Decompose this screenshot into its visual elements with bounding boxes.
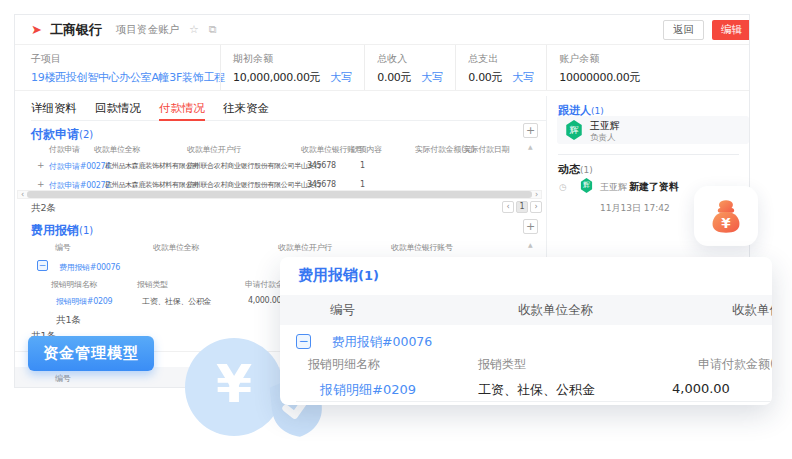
follower-card[interactable]: 辉 王亚辉 负责人 xyxy=(557,116,749,144)
col-header: 实际付款日期 xyxy=(463,144,509,155)
overlay-table-header: 编号 收款单位全称 收款单位开户行 xyxy=(280,295,772,325)
scroll-right-icon[interactable]: › xyxy=(532,191,541,198)
add-expense-button[interactable]: + xyxy=(523,219,538,234)
payments-total: 共2条 xyxy=(31,202,56,215)
col-header: 款项内容 xyxy=(351,144,382,155)
field-label: 账户余额 xyxy=(559,52,640,66)
expense-amount-cell: 4,000.00 xyxy=(248,296,281,305)
expense-amount-cell: 4,000.00 xyxy=(672,381,730,396)
expense-detail-link[interactable]: 报销明细#0209 xyxy=(320,381,416,399)
back-button[interactable]: 返回 xyxy=(663,20,704,40)
col-header: 收款单位银行账号 xyxy=(391,242,453,253)
summary-total-expense: 总支出 0.00元 大写 xyxy=(455,45,546,90)
payments-section-title: 付款申请(2) xyxy=(31,126,93,143)
page-number[interactable]: 1 xyxy=(516,201,528,213)
avatar: 辉 xyxy=(580,178,593,193)
field-label: 期初余额 xyxy=(233,52,352,66)
bank-cell: 杭州联合农村商业银行股份有限公司半山支行 xyxy=(187,161,321,171)
collapse-row-icon[interactable]: − xyxy=(37,260,48,271)
money-bag-icon: ¥ xyxy=(707,197,745,235)
col-header: 收款单位开户行 xyxy=(732,302,772,319)
overlay-title: 费用报销(1) xyxy=(298,266,379,285)
field-label: 总收入 xyxy=(377,52,443,66)
capitalize-link[interactable]: 大写 xyxy=(421,70,443,85)
field-label: 子项目 xyxy=(31,52,208,66)
avatar: 辉 xyxy=(565,120,583,140)
field-value: 0.00元 xyxy=(468,70,502,85)
summary-total-income: 总收入 0.00元 大写 xyxy=(364,45,455,90)
expense-type-cell: 工资、社保、公积金 xyxy=(478,381,595,399)
activity-title: 动态(1) xyxy=(558,162,593,177)
payment-link[interactable]: 付款申请#00274 xyxy=(49,161,110,172)
detail-col-header: 报销明细名称 xyxy=(51,279,97,290)
col-header: 收款单位全称 xyxy=(94,144,140,155)
col-header: 编号 xyxy=(330,302,355,319)
top-bar: ➤ 工商银行 项目资金账户 ☆ ⧉ 返回 编辑 xyxy=(15,15,749,45)
expand-row-icon[interactable]: + xyxy=(37,160,45,170)
expense-detail-total: 共1条 xyxy=(56,314,81,327)
collapse-row-icon[interactable]: − xyxy=(296,334,311,349)
clock-icon: ◷ xyxy=(559,182,567,192)
detail-col-header: 报销类型 xyxy=(478,356,526,373)
page-prev-button[interactable]: ‹ xyxy=(502,201,514,213)
summary-subproject: 子项目 19楼西投创智中心办公室A幢3F装饰工程 xyxy=(31,45,220,90)
row-divider xyxy=(296,401,772,402)
field-value: 0.00元 xyxy=(377,70,411,85)
activity-action: 新建了资料 xyxy=(629,180,679,194)
summary-bar: 子项目 19楼西投创智中心办公室A幢3F装饰工程 期初余额 10,000,000… xyxy=(15,45,749,91)
expense-detail-link[interactable]: 报销明细#0209 xyxy=(56,296,112,307)
edit-button[interactable]: 编辑 xyxy=(712,20,750,40)
field-value: 10000000.00元 xyxy=(559,70,640,85)
scrollbar-thumb[interactable] xyxy=(27,191,532,198)
scroll-left-icon[interactable]: ‹ xyxy=(18,191,27,198)
follower-name: 王亚辉 xyxy=(590,119,620,133)
capitalize-link[interactable]: 大写 xyxy=(512,70,534,85)
item-cell: 1 xyxy=(360,180,365,189)
expense-type-cell: 工资、社保、公积金 xyxy=(142,296,211,307)
share-icon[interactable]: ⧉ xyxy=(209,23,217,36)
expenses-section-title: 费用报销(1) xyxy=(31,222,93,239)
page: ➤ 工商银行 项目资金账户 ☆ ⧉ 返回 编辑 子项目 19楼西投创智中心办公室… xyxy=(0,0,792,459)
subproject-link[interactable]: 19楼西投创智中心办公室A幢3F装饰工程 xyxy=(31,70,225,85)
expand-row-icon[interactable]: + xyxy=(37,179,45,189)
favorite-star-icon[interactable]: ☆ xyxy=(189,23,199,36)
scroll-up-icon[interactable]: ▲ xyxy=(528,143,533,150)
expense-link[interactable]: 费用报销#00076 xyxy=(332,334,432,351)
detail-col-header: 报销类型 xyxy=(137,279,168,290)
breadcrumb-page-title: 项目资金账户 xyxy=(116,23,179,37)
detail-col-header: 报销明细名称 xyxy=(308,356,380,373)
col-header: 编号 xyxy=(55,373,70,384)
add-payment-button[interactable]: + xyxy=(523,123,538,138)
capitalize-link[interactable]: 大写 xyxy=(330,70,352,85)
summary-opening-balance: 期初余额 10,000,000.00元 大写 xyxy=(220,45,364,90)
activity-time: 11月13日 17:42 xyxy=(600,202,670,215)
col-header: 收款单位开户行 xyxy=(187,144,241,155)
tab-detail[interactable]: 详细资料 xyxy=(31,96,77,120)
col-header: 收款单位开户行 xyxy=(278,242,332,253)
account-cell: 345678 xyxy=(307,161,336,170)
col-header: 编号 xyxy=(55,242,70,253)
horizontal-scrollbar[interactable]: ‹ › xyxy=(17,190,542,199)
tab-transactions[interactable]: 往来资金 xyxy=(223,96,269,120)
model-badge: 资金管理模型 xyxy=(28,336,154,371)
activity-user: 王亚辉 xyxy=(600,181,627,194)
summary-account-balance: 账户余额 10000000.00元 xyxy=(546,45,652,90)
app-logo-icon: ➤ xyxy=(31,23,42,36)
detail-col-header: 申请付款金额(元) xyxy=(698,356,772,373)
col-header: 收款单位全称 xyxy=(518,302,593,319)
scroll-up-icon[interactable]: ▲ xyxy=(528,241,533,248)
tab-payments[interactable]: 付款情况 xyxy=(159,96,205,120)
payee-cell: 杭州品木森鹿装饰材料有限公司 xyxy=(105,180,199,190)
svg-text:¥: ¥ xyxy=(721,216,731,231)
payee-cell: 杭州品木森鹿装饰材料有限公司 xyxy=(105,161,199,171)
tab-receipts[interactable]: 回款情况 xyxy=(95,96,141,120)
app-name: 工商银行 xyxy=(50,21,102,39)
sidebar-divider xyxy=(558,154,739,155)
field-label: 总支出 xyxy=(468,52,534,66)
col-header: 收款单位全称 xyxy=(153,242,199,253)
bank-cell: 杭州联合农村商业银行股份有限公司半山支行 xyxy=(187,180,321,190)
expense-link[interactable]: 费用报销#00076 xyxy=(59,262,120,273)
account-cell: 345678 xyxy=(307,180,336,189)
tab-bar: 详细资料 回款情况 付款情况 往来资金 xyxy=(31,96,546,121)
page-next-button[interactable]: › xyxy=(530,201,542,213)
